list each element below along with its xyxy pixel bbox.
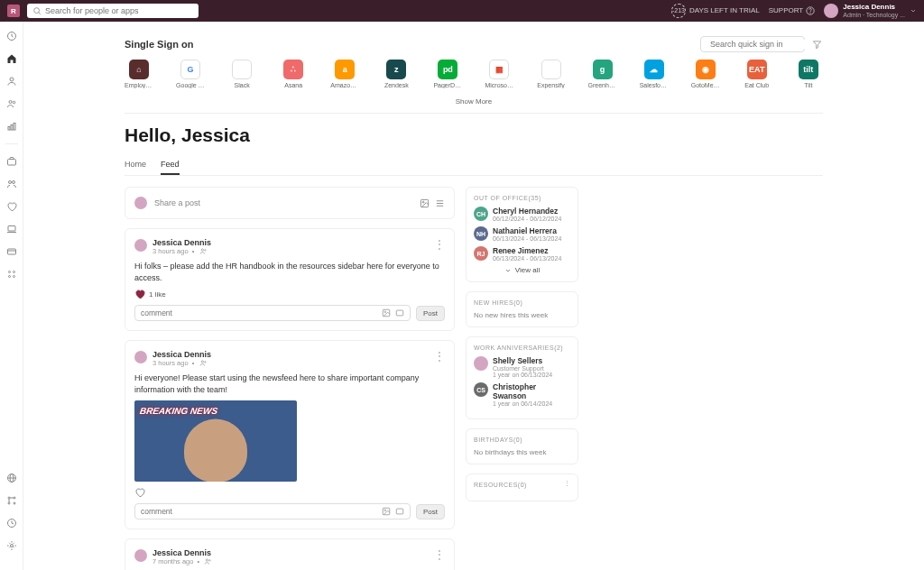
sso-app[interactable]: ▦Microsoft ... [485, 60, 513, 88]
svg-point-12 [8, 181, 11, 184]
help-icon [806, 6, 815, 15]
nav-team-icon[interactable] [6, 179, 17, 189]
ooo-person[interactable]: RJ Renee Jimenez06/13/2024 - 06/13/2024 [474, 246, 570, 262]
nav-card-icon[interactable] [6, 246, 17, 257]
tab-feed[interactable]: Feed [161, 155, 180, 175]
sso-app[interactable]: aAmazon ... [330, 60, 359, 88]
app-logo[interactable]: R [7, 5, 20, 17]
app-label: Eat Club [743, 82, 772, 88]
post-meta: 7 months ago • [152, 557, 212, 565]
trial-label: DAYS LEFT IN TRIAL [689, 6, 760, 14]
people-icon [199, 359, 208, 367]
bday-title: BIRTHDAYS(0) [474, 437, 570, 443]
nav-dashboard-icon[interactable] [6, 31, 17, 41]
nav-org-icon[interactable] [6, 495, 17, 506]
nav-globe-icon[interactable] [6, 473, 17, 483]
sso-search[interactable] [700, 36, 805, 52]
global-search-input[interactable] [45, 6, 193, 15]
nav-briefcase-icon[interactable] [6, 156, 17, 167]
nav-laptop-icon[interactable] [6, 224, 17, 234]
nav-heart-icon[interactable] [6, 201, 17, 212]
sso-search-input[interactable] [710, 40, 811, 49]
gif-icon[interactable] [395, 507, 404, 516]
sso-app[interactable]: EATEat Club [743, 60, 772, 88]
nav-settings-icon[interactable] [6, 540, 17, 551]
ooo-person[interactable]: CH Cheryl Hernandez06/12/2024 - 06/12/20… [474, 207, 570, 222]
sso-app[interactable]: pdPagerDuty [433, 60, 462, 88]
user-role: Admin · Technology ... [843, 12, 905, 19]
svg-point-46 [201, 361, 203, 363]
post-comment-button[interactable]: Post [416, 504, 445, 519]
sso-app[interactable]: gGreenhouse [588, 60, 617, 88]
newhires-panel: NEW HIRES(0) No new hires this week [466, 291, 578, 327]
avatar [134, 197, 147, 209]
avatar: CH [474, 207, 488, 221]
post-card: Jessica Dennis 3 hours ago • ⋮ Hi folks … [125, 228, 455, 331]
anniv-title: WORK ANNIVERSARIES(2) [474, 345, 570, 351]
image-icon[interactable] [382, 507, 391, 516]
more-icon[interactable]: ⋮ [564, 480, 571, 487]
sso-app[interactable]: GGoogle W... [176, 60, 205, 88]
svg-point-51 [207, 559, 208, 561]
anniv-person[interactable]: CS Christopher Swanson1 year on 06/14/20… [474, 382, 570, 407]
svg-rect-11 [7, 160, 15, 166]
comment-input[interactable] [141, 507, 382, 516]
avatar [134, 239, 147, 252]
sso-app[interactable]: ☁Salesforce [640, 60, 669, 88]
post-author[interactable]: Jessica Dennis [152, 238, 211, 247]
main-scroll[interactable]: Single Sign on ⌂Employee ...GGoogle W...… [23, 22, 924, 570]
app-label: Greenhouse [588, 82, 617, 88]
sso-app[interactable]: EExpensify [537, 60, 566, 88]
comment-input[interactable] [141, 308, 382, 317]
sso-app[interactable]: tiltTilt [794, 60, 823, 88]
nav-people-icon[interactable] [6, 98, 17, 109]
post-menu[interactable]: ⋮ [434, 350, 445, 363]
sso-app[interactable]: ◉GotoMeet... [691, 60, 720, 88]
user-menu[interactable]: Jessica Dennis Admin · Technology ... [824, 4, 917, 18]
svg-rect-14 [8, 226, 15, 232]
post-author[interactable]: Jessica Dennis [152, 350, 211, 359]
nav-reports-icon[interactable] [6, 121, 17, 132]
svg-point-44 [384, 311, 386, 313]
image-icon[interactable] [420, 198, 430, 208]
sso-app[interactable]: zZendesk [382, 60, 411, 88]
share-input[interactable]: Share a post [154, 198, 412, 207]
sso-app[interactable]: ∴Asana [279, 60, 308, 88]
app-label: Asana [279, 82, 308, 88]
sso-app[interactable]: ⌂Employee ... [125, 60, 153, 88]
post-comment-button[interactable]: Post [416, 306, 445, 321]
app-label: GotoMeet... [691, 82, 720, 88]
svg-point-42 [204, 250, 206, 252]
poll-icon[interactable] [435, 198, 445, 208]
post-menu[interactable]: ⋮ [434, 548, 445, 561]
anniv-person[interactable]: Shelly SellersCustomer Support1 year on … [474, 356, 570, 378]
ooo-person[interactable]: NH Nathaniel Herrera06/13/2024 - 06/13/2… [474, 226, 570, 242]
nav-person-icon[interactable] [6, 76, 17, 87]
global-search[interactable] [27, 4, 199, 18]
nav-home-icon[interactable] [6, 53, 17, 64]
share-card: Share a post [125, 187, 455, 219]
like-button[interactable] [134, 487, 145, 498]
image-icon[interactable] [382, 308, 391, 317]
comment-input-wrap[interactable] [134, 503, 411, 519]
comment-input-wrap[interactable] [134, 305, 411, 321]
sidebar-column: OUT OF OFFICE(35) CH Cheryl Hernandez06/… [466, 187, 578, 501]
tab-home[interactable]: Home [125, 155, 146, 175]
sso-filter-button[interactable] [810, 38, 823, 51]
post-image[interactable]: BREAKING NEWS [134, 400, 297, 482]
sso-title: Single Sign on [125, 39, 193, 50]
svg-point-41 [201, 249, 203, 251]
support-link[interactable]: SUPPORT [769, 6, 816, 15]
sso-show-more[interactable]: Show More [125, 94, 823, 113]
view-all-link[interactable]: View all [474, 266, 570, 274]
gif-icon[interactable] [395, 308, 404, 317]
like-button[interactable] [134, 289, 145, 299]
nav-apps-icon[interactable] [6, 269, 17, 280]
svg-point-20 [8, 276, 10, 278]
feed-tabs: Home Feed [125, 155, 823, 176]
post-author[interactable]: Jessica Dennis [152, 548, 212, 557]
post-menu[interactable]: ⋮ [434, 238, 445, 251]
sso-app[interactable]: ⁜Slack [227, 60, 256, 88]
svg-point-27 [8, 502, 10, 504]
nav-history-icon[interactable] [6, 518, 17, 529]
